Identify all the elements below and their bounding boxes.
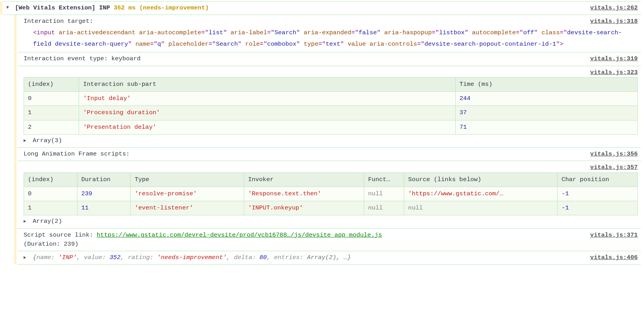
table-header: (index) — [24, 77, 79, 91]
obj-dump-row: vitals.js:406 ▶ {name: 'INP', value: 352… — [17, 251, 641, 265]
source-link[interactable]: vitals.js:319 — [590, 54, 638, 63]
script-source-row: vitals.js:371 Script source link: https:… — [17, 228, 641, 252]
laf-row: vitals.js:356 Long Animation Frame scrip… — [17, 147, 641, 161]
table2-row: (index)DurationTypeInvokerFunct…Source (… — [17, 172, 641, 229]
extension-tag: [Web Vitals Extension] — [15, 4, 96, 11]
cell-charpos: -1 — [558, 187, 638, 201]
cell-subpart: 'Input delay' — [79, 92, 455, 106]
source-link[interactable]: vitals.js:318 — [590, 17, 638, 26]
table-row: 1'Processing duration'37 — [24, 106, 638, 120]
cell-time: 37 — [455, 106, 637, 120]
cell-subpart: 'Processing duration' — [79, 106, 455, 120]
interaction-target-row: vitals.js:318 Interaction target: <input… — [17, 15, 641, 52]
source-link[interactable]: vitals.js:357 — [590, 163, 638, 172]
laf-scripts-table: (index)DurationTypeInvokerFunct…Source (… — [24, 172, 638, 216]
interaction-target-html: <input aria-activedescendant aria-autoco… — [24, 27, 638, 50]
table-row: 111'event-listener''INPUT.onkeyup'nullnu… — [24, 201, 638, 215]
caret-right-icon: ▶ — [24, 137, 29, 144]
cell-time: 71 — [455, 120, 637, 134]
laf-label: Long Animation Frame scripts: — [24, 150, 130, 157]
array-disclosure[interactable]: ▶ Array(2) — [24, 217, 638, 226]
table-header: (index) — [24, 172, 77, 187]
table-row: 2'Presentation delay'71 — [24, 120, 638, 134]
interaction-target-label: Interaction target: — [24, 18, 93, 25]
cell-subpart: 'Presentation delay' — [79, 120, 455, 134]
source-link[interactable]: vitals.js:323 — [590, 68, 638, 77]
source-link[interactable]: vitals.js:356 — [590, 150, 638, 159]
source-link[interactable]: vitals.js:262 — [590, 4, 638, 13]
metric-name: INP — [99, 4, 110, 11]
array-label: Array(2) — [33, 218, 62, 225]
caret-down-icon[interactable]: ▼ — [6, 4, 9, 11]
script-source-label: Script source link: — [24, 232, 97, 239]
obj-dump-content[interactable]: {name: 'INP', value: 352, rating: 'needs… — [33, 254, 351, 261]
table1-row: (index)Interaction sub-partTime (ms) 0'I… — [17, 76, 641, 148]
array-label: Array(3) — [33, 137, 62, 144]
event-type-text: Interaction event type: keyboard — [24, 55, 141, 62]
source-link[interactable]: vitals.js:406 — [590, 253, 638, 262]
cell-index: 0 — [24, 187, 77, 201]
metric-value: 352 ms (needs-improvement) — [114, 4, 209, 11]
table-header: Time (ms) — [455, 77, 637, 91]
script-source-duration: (Duration: 239) — [24, 241, 79, 248]
table-row: 0239'resolve-promise''Response.text.then… — [24, 187, 638, 201]
cell-duration: 11 — [77, 201, 131, 215]
cell-index: 0 — [24, 92, 79, 106]
cell-type: 'event-listener' — [131, 201, 244, 215]
script-source-url[interactable]: https://www.gstatic.com/devrel-devsite/p… — [97, 232, 382, 239]
cell-invoker: 'Response.text.then' — [244, 187, 364, 201]
cell-charpos: -1 — [558, 201, 638, 215]
table-header: Invoker — [244, 172, 364, 187]
event-type-row: vitals.js:319 Interaction event type: ke… — [17, 52, 641, 66]
cell-time: 244 — [455, 92, 637, 106]
table-header: Funct… — [364, 172, 404, 187]
cell-func: null — [364, 187, 404, 201]
cell-index: 1 — [24, 106, 79, 120]
cell-index: 1 — [24, 201, 77, 215]
cell-source: null — [404, 201, 558, 215]
table-header: Interaction sub-part — [79, 77, 455, 91]
cell-duration: 239 — [77, 187, 131, 201]
cell-index: 2 — [24, 120, 79, 134]
interaction-subpart-table: (index)Interaction sub-partTime (ms) 0'I… — [24, 77, 638, 135]
table-header: Duration — [77, 172, 131, 187]
caret-right-icon: ▶ — [24, 218, 29, 225]
cell-invoker: 'INPUT.onkeyup' — [244, 201, 364, 215]
source-link[interactable]: vitals.js:371 — [590, 231, 638, 240]
table-header: Source (links below) — [404, 172, 558, 187]
array-disclosure[interactable]: ▶ Array(3) — [24, 136, 638, 145]
log-header-row: ▼ vitals.js:262 [Web Vitals Extension] I… — [3, 1, 641, 15]
table-row: 0'Input delay'244 — [24, 92, 638, 106]
caret-right-icon[interactable]: ▶ — [24, 254, 29, 261]
table-header: Char position — [558, 172, 638, 187]
cell-source: 'https://www.gstatic.com/… — [404, 187, 558, 201]
table-header: Type — [131, 172, 244, 187]
cell-func: null — [364, 201, 404, 215]
cell-type: 'resolve-promise' — [131, 187, 244, 201]
